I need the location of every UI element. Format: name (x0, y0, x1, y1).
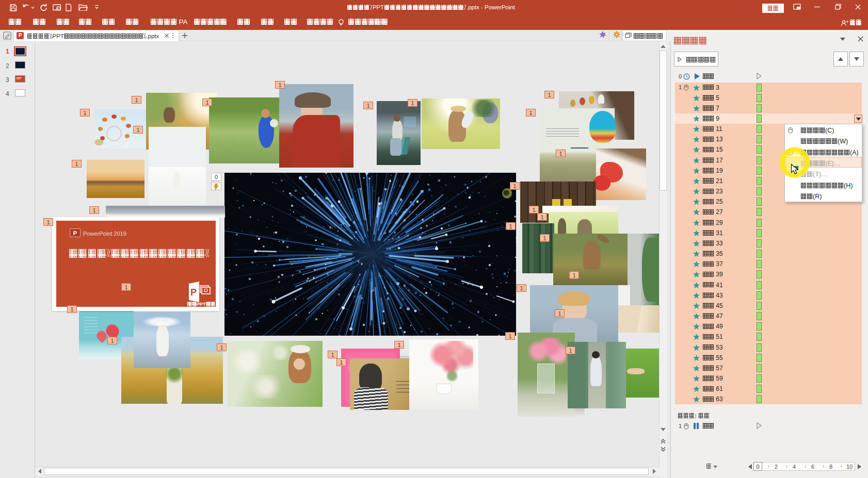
svg-text:P: P (190, 287, 197, 298)
